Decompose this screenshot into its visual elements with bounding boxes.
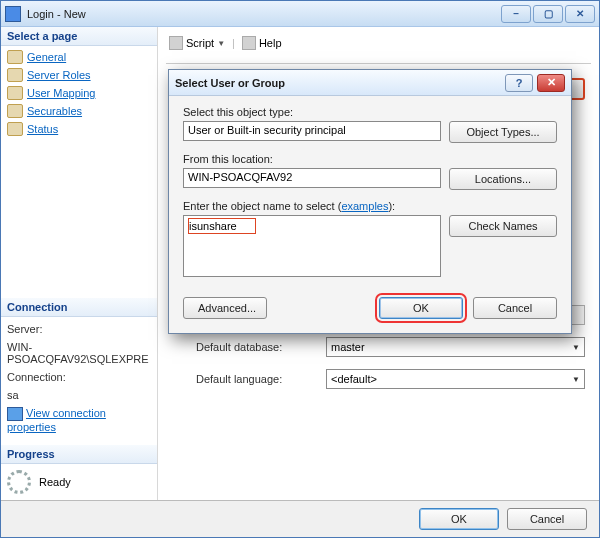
sidebar-item-general[interactable]: General: [1, 48, 157, 66]
entered-object-name: isunshare: [188, 218, 256, 234]
page-icon: [7, 86, 23, 100]
close-button[interactable]: ✕: [565, 5, 595, 23]
dialog-titlebar[interactable]: Select User or Group ? ✕: [169, 70, 571, 96]
dialog-close-button[interactable]: ✕: [537, 74, 565, 92]
dialog-help-button[interactable]: ?: [505, 74, 533, 92]
default-language-select[interactable]: <default>▼: [326, 369, 585, 389]
page-list: General Server Roles User Mapping Secura…: [1, 46, 157, 140]
sidebar-item-label: Status: [27, 123, 58, 135]
server-value: WIN-PSOACQFAV92\SQLEXPRE: [7, 341, 151, 365]
script-icon: [169, 36, 183, 50]
connection-label: Connection:: [7, 371, 151, 383]
toolbar: Script ▼ | Help: [166, 33, 591, 59]
object-name-label: Enter the object name to select (example…: [183, 200, 557, 212]
sidebar-item-securables[interactable]: Securables: [1, 102, 157, 120]
chevron-down-icon: ▼: [217, 39, 225, 48]
advanced-button[interactable]: Advanced...: [183, 297, 267, 319]
location-field: WIN-PSOACQFAV92: [183, 168, 441, 188]
help-label: Help: [259, 37, 282, 49]
progress-header: Progress: [1, 445, 157, 464]
script-dropdown[interactable]: Script ▼: [166, 35, 228, 51]
select-page-header: Select a page: [1, 27, 157, 46]
page-icon: [7, 50, 23, 64]
dialog-ok-button[interactable]: OK: [379, 297, 463, 319]
cancel-button[interactable]: Cancel: [507, 508, 587, 530]
check-names-button[interactable]: Check Names: [449, 215, 557, 237]
page-icon: [7, 68, 23, 82]
default-language-label: Default language:: [196, 373, 316, 385]
toolbar-separator: |: [232, 37, 235, 49]
page-icon: [7, 104, 23, 118]
server-label: Server:: [7, 323, 151, 335]
object-name-input[interactable]: isunshare: [183, 215, 441, 277]
minimize-button[interactable]: –: [501, 5, 531, 23]
examples-link[interactable]: examples: [341, 200, 388, 212]
sidebar-item-label: User Mapping: [27, 87, 95, 99]
help-button[interactable]: Help: [239, 35, 285, 51]
sidebar-item-server-roles[interactable]: Server Roles: [1, 66, 157, 84]
properties-icon: [7, 407, 23, 421]
sidebar-item-status[interactable]: Status: [1, 120, 157, 138]
locations-button[interactable]: Locations...: [449, 168, 557, 190]
location-label: From this location:: [183, 153, 557, 165]
sidebar-item-label: Securables: [27, 105, 82, 117]
object-types-button[interactable]: Object Types...: [449, 121, 557, 143]
left-panel: Select a page General Server Roles User …: [1, 27, 158, 500]
sidebar-item-user-mapping[interactable]: User Mapping: [1, 84, 157, 102]
progress-spinner-icon: [7, 470, 31, 494]
sidebar-item-label: Server Roles: [27, 69, 91, 81]
help-icon: [242, 36, 256, 50]
default-database-label: Default database:: [196, 341, 316, 353]
default-database-select[interactable]: master▼: [326, 337, 585, 357]
sidebar-item-label: General: [27, 51, 66, 63]
object-type-field: User or Built-in security principal: [183, 121, 441, 141]
select-user-or-group-dialog: Select User or Group ? ✕ Select this obj…: [168, 69, 572, 334]
chevron-down-icon: ▼: [572, 343, 580, 352]
dialog-cancel-button[interactable]: Cancel: [473, 297, 557, 319]
page-icon: [7, 122, 23, 136]
connection-value: sa: [7, 389, 151, 401]
titlebar[interactable]: Login - New – ▢ ✕: [1, 1, 599, 27]
script-label: Script: [186, 37, 214, 49]
window-title: Login - New: [27, 8, 501, 20]
connection-header: Connection: [1, 298, 157, 317]
footer: OK Cancel: [1, 501, 599, 537]
ok-button[interactable]: OK: [419, 508, 499, 530]
app-icon: [5, 6, 21, 22]
chevron-down-icon: ▼: [572, 375, 580, 384]
object-type-label: Select this object type:: [183, 106, 557, 118]
dialog-title: Select User or Group: [175, 77, 505, 89]
progress-status: Ready: [39, 476, 71, 488]
maximize-button[interactable]: ▢: [533, 5, 563, 23]
